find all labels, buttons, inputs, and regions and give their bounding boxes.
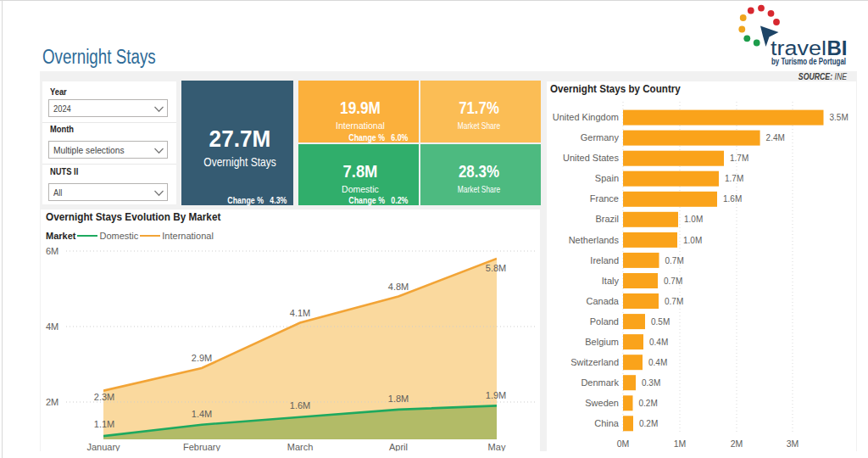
svg-text:0M: 0M: [617, 438, 630, 449]
svg-text:Spain: Spain: [595, 173, 619, 183]
svg-text:United Kingdom: United Kingdom: [553, 112, 619, 122]
svg-text:2.3M: 2.3M: [94, 392, 114, 402]
svg-text:2.4M: 2.4M: [766, 133, 785, 142]
svg-text:1.6M: 1.6M: [290, 400, 310, 411]
svg-text:by Turismo de Portugal: by Turismo de Portugal: [771, 57, 846, 66]
svg-text:2M: 2M: [731, 438, 743, 449]
svg-text:Poland: Poland: [590, 316, 619, 327]
svg-text:Canada: Canada: [586, 296, 619, 306]
svg-text:5.8M: 5.8M: [486, 263, 506, 273]
svg-text:1.1M: 1.1M: [94, 419, 114, 429]
svg-text:France: France: [590, 193, 619, 204]
svg-text:1.0M: 1.0M: [683, 236, 702, 245]
svg-text:4.1M: 4.1M: [290, 308, 310, 318]
svg-text:0.4M: 0.4M: [649, 338, 668, 347]
svg-text:1.9M: 1.9M: [486, 390, 506, 400]
svg-text:Denmark: Denmark: [581, 377, 619, 388]
svg-text:Switzerland: Switzerland: [570, 357, 619, 367]
svg-text:0.4M: 0.4M: [648, 358, 667, 367]
svg-text:6M: 6M: [46, 246, 58, 256]
svg-text:Germany: Germany: [581, 132, 620, 142]
svg-text:1.8M: 1.8M: [388, 394, 409, 404]
svg-text:2M: 2M: [46, 397, 58, 407]
svg-text:April: April: [389, 442, 408, 451]
svg-text:United States: United States: [563, 153, 620, 163]
svg-text:0.3M: 0.3M: [642, 378, 660, 388]
svg-text:4.8M: 4.8M: [388, 282, 409, 292]
svg-text:1M: 1M: [674, 438, 687, 449]
svg-text:1.0M: 1.0M: [684, 215, 703, 224]
svg-text:0.7M: 0.7M: [665, 297, 683, 306]
svg-text:0.7M: 0.7M: [665, 256, 684, 265]
svg-text:3M: 3M: [787, 438, 799, 449]
svg-text:Belgium: Belgium: [585, 337, 619, 347]
svg-text:January: January: [86, 442, 120, 451]
svg-text:2.9M: 2.9M: [192, 353, 212, 363]
svg-text:4M: 4M: [46, 321, 58, 332]
svg-text:Italy: Italy: [602, 276, 620, 286]
svg-text:February: February: [183, 442, 221, 451]
svg-text:March: March: [287, 442, 314, 451]
svg-text:China: China: [594, 418, 620, 428]
svg-text:1.7M: 1.7M: [725, 174, 743, 183]
svg-text:1.6M: 1.6M: [723, 194, 742, 204]
svg-text:Brazil: Brazil: [595, 214, 619, 224]
svg-text:3.5M: 3.5M: [830, 113, 849, 122]
svg-text:Netherlands: Netherlands: [569, 235, 620, 245]
svg-text:May: May: [488, 442, 506, 451]
svg-text:0.2M: 0.2M: [639, 399, 658, 408]
svg-text:0.2M: 0.2M: [639, 419, 658, 428]
svg-text:0.7M: 0.7M: [664, 276, 682, 286]
svg-text:1.4M: 1.4M: [192, 409, 212, 419]
svg-text:1.7M: 1.7M: [730, 154, 748, 163]
svg-text:Sweden: Sweden: [585, 398, 619, 408]
svg-text:0.5M: 0.5M: [651, 317, 670, 327]
svg-text:Ireland: Ireland: [590, 255, 619, 265]
